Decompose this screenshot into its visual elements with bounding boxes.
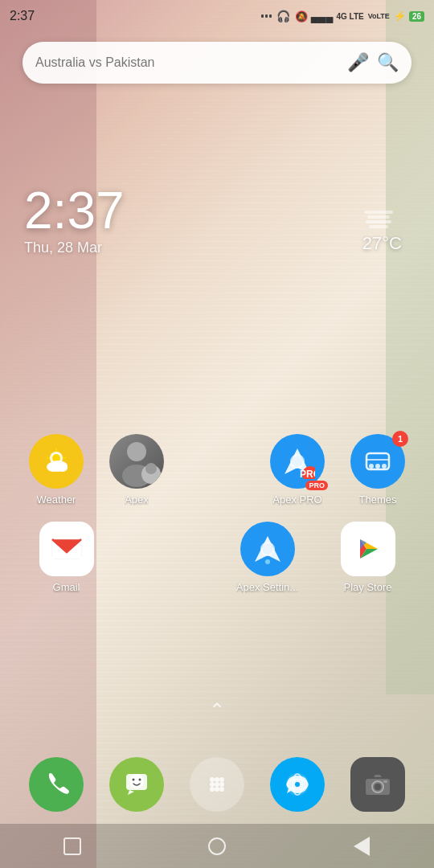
search-bar[interactable]: 🎤 🔍 — [23, 42, 411, 84]
dock-messages[interactable] — [270, 757, 325, 812]
app-apex-label: Apex — [125, 493, 149, 506]
app-weather-label: Weather — [37, 493, 76, 506]
headphone-icon: 🎧 — [276, 10, 290, 23]
dock — [0, 749, 434, 820]
svg-point-43 — [219, 777, 224, 782]
clock-date: Thu, 28 Mar — [24, 240, 125, 256]
weather-app-icon — [29, 434, 84, 489]
svg-rect-2 — [366, 220, 391, 223]
battery-charging-icon: ⚡ — [394, 10, 406, 22]
svg-point-13 — [127, 442, 146, 461]
svg-point-23 — [375, 464, 380, 469]
svg-point-41 — [210, 777, 215, 782]
battery-level: 26 — [409, 11, 424, 22]
svg-point-38 — [129, 774, 144, 788]
svg-rect-0 — [364, 211, 393, 214]
apex-pro-app-icon: PRO PRO — [270, 434, 325, 489]
app-apex-settings[interactable]: Apex Settin... — [227, 522, 308, 593]
app-row-1: Weather Apex — [16, 434, 418, 506]
search-input[interactable] — [35, 55, 339, 70]
messages-dock-icon — [270, 757, 325, 812]
svg-point-53 — [295, 782, 300, 787]
app-gmail[interactable]: Gmail — [27, 522, 107, 593]
svg-point-49 — [219, 787, 224, 792]
svg-point-40 — [139, 779, 141, 781]
weather-widget-top: 27°C — [362, 209, 402, 254]
svg-point-47 — [210, 787, 215, 792]
svg-rect-57 — [383, 780, 387, 783]
svg-point-11 — [47, 462, 59, 472]
recent-apps-icon — [63, 837, 81, 855]
svg-rect-3 — [369, 225, 388, 228]
status-time: 2:37 — [10, 9, 35, 23]
svg-point-46 — [219, 782, 224, 787]
app-themes[interactable]: 1 Themes — [338, 434, 418, 506]
drawer-dock-icon — [190, 757, 244, 812]
svg-point-22 — [369, 464, 374, 469]
dock-phone[interactable] — [29, 757, 84, 812]
app-weather[interactable]: Weather — [16, 434, 96, 506]
nav-bar — [0, 824, 434, 868]
svg-point-39 — [133, 779, 135, 781]
status-bar: 2:37 🎧 🔕 ▄▄▄ 4G LTE VoLTE ⚡ 26 — [0, 0, 434, 32]
dock-sms[interactable] — [109, 757, 164, 812]
dock-drawer[interactable] — [190, 757, 244, 812]
apex-settings-app-icon — [240, 522, 295, 576]
svg-point-48 — [215, 787, 219, 792]
svg-point-45 — [215, 782, 219, 787]
camera-dock-icon — [350, 757, 405, 812]
app-gmail-label: Gmail — [53, 581, 80, 593]
app-play-store[interactable]: Play Store — [328, 522, 408, 593]
app-apex[interactable]: Apex — [96, 434, 177, 506]
sms-dock-icon — [109, 757, 164, 812]
mute-icon: 🔕 — [295, 10, 308, 23]
svg-point-24 — [382, 464, 387, 469]
svg-point-42 — [215, 777, 219, 782]
signal-indicator — [261, 14, 272, 18]
status-icons: 🎧 🔕 ▄▄▄ 4G LTE VoLTE ⚡ 26 — [261, 10, 424, 23]
app-apex-pro-label: Apex PRO — [272, 493, 321, 506]
svg-point-16 — [145, 463, 157, 474]
apex-pro-badge: PRO — [305, 481, 328, 490]
back-icon — [354, 837, 370, 856]
nav-back-button[interactable] — [346, 830, 378, 862]
svg-point-44 — [210, 782, 215, 787]
clock-widget: 2:37 Thu, 28 Mar — [24, 185, 125, 256]
dock-camera[interactable] — [350, 757, 405, 812]
svg-point-12 — [58, 464, 68, 472]
volte-label: VoLTE — [368, 12, 390, 20]
svg-point-56 — [375, 784, 381, 790]
app-apex-pro[interactable]: PRO PRO Apex PRO — [257, 434, 338, 506]
clock-time: 2:37 — [24, 185, 125, 236]
svg-text:PRO: PRO — [300, 469, 315, 479]
weather-temperature: 27°C — [362, 233, 402, 254]
gmail-app-icon — [39, 522, 94, 576]
app-play-store-label: Play Store — [344, 581, 392, 593]
nav-recent-button[interactable] — [56, 830, 88, 862]
home-icon — [208, 837, 226, 855]
signal-bars-icon: ▄▄▄ — [311, 10, 334, 23]
app-themes-label: Themes — [359, 493, 397, 506]
play-store-app-icon — [341, 522, 395, 576]
app-apex-settings-label: Apex Settin... — [236, 581, 298, 593]
themes-badge: 1 — [392, 431, 408, 447]
weather-cloud-icon — [362, 209, 402, 233]
svg-point-28 — [265, 559, 270, 564]
svg-rect-1 — [367, 215, 390, 219]
search-magnifier-icon[interactable]: 🔍 — [377, 52, 399, 73]
app-grid: Weather Apex — [0, 434, 434, 609]
drawer-indicator[interactable]: ⌃ — [209, 699, 225, 722]
nav-home-button[interactable] — [201, 830, 233, 862]
voice-search-icon[interactable]: 🎤 — [347, 52, 369, 73]
network-type-label: 4G LTE — [336, 12, 363, 21]
app-row-2: Gmail Apex Settin... — [16, 522, 418, 593]
phone-dock-icon — [29, 757, 84, 812]
apex-app-icon — [109, 434, 164, 489]
themes-app-icon: 1 — [350, 434, 405, 489]
